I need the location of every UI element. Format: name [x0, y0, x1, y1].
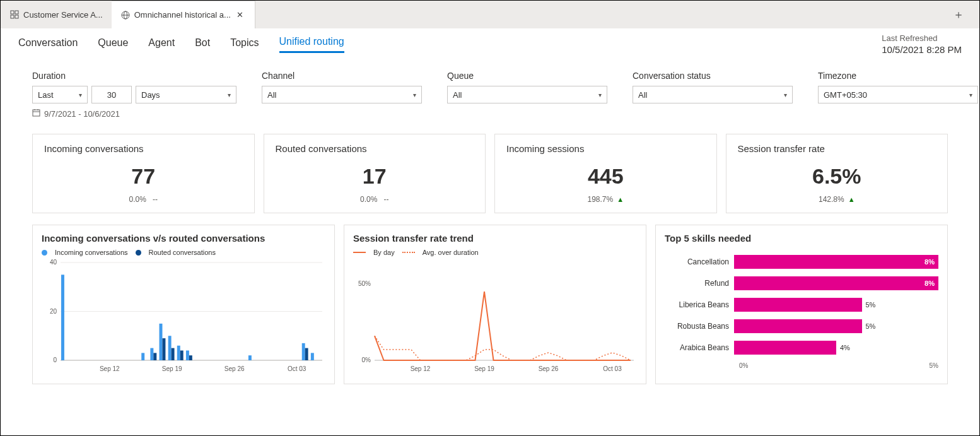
- nav-agent[interactable]: Agent: [148, 37, 175, 52]
- svg-text:40: 40: [50, 259, 57, 266]
- legend-swatch-icon: [136, 250, 141, 256]
- chart-title: Session transfer rate trend: [353, 233, 637, 244]
- filter-duration-label: Duration: [32, 71, 236, 81]
- svg-rect-31: [302, 343, 305, 360]
- svg-text:Oct 03: Oct 03: [288, 365, 306, 372]
- chevron-down-icon: ▾: [413, 91, 416, 98]
- timezone-select[interactable]: GMT+05:30 ▾: [818, 86, 978, 103]
- chevron-down-icon: ▾: [228, 91, 231, 98]
- kpi-delta: 142.8%▲: [738, 195, 936, 204]
- report-nav: Conversation Queue Agent Bot Topics Unif…: [1, 28, 979, 53]
- last-refreshed: Last Refreshed 10/5/2021 8:28 PM: [882, 33, 962, 55]
- kpi-value: 6.5%: [738, 164, 936, 189]
- svg-rect-30: [248, 355, 252, 360]
- chart-legend: Incoming conversations Routed conversati…: [42, 249, 325, 256]
- skill-row: Refund 8%: [665, 276, 938, 290]
- tab-customer-service[interactable]: Customer Service A...: [1, 1, 112, 28]
- line-chart-svg: 0%50%Sep 12Sep 19Sep 26Oct 03: [353, 256, 637, 376]
- nav-topics[interactable]: Topics: [230, 37, 259, 52]
- svg-rect-3: [15, 15, 18, 18]
- last-refreshed-time: 10/5/2021 8:28 PM: [882, 44, 962, 55]
- svg-text:Sep 12: Sep 12: [411, 365, 431, 372]
- kpi-delta: 0.0%--: [276, 195, 474, 204]
- kpi-title: Incoming conversations: [44, 143, 243, 154]
- chevron-down-icon: ▾: [79, 91, 82, 98]
- svg-rect-27: [180, 351, 184, 361]
- dashboard-icon: [9, 9, 20, 20]
- kpi-value: 77: [44, 164, 243, 189]
- skill-bar: [734, 276, 938, 290]
- kpi-row: Incoming conversations 77 0.0%-- Routed …: [1, 119, 979, 213]
- bar-chart-svg: 02040Sep 12Sep 19Sep 26Oct 03: [42, 256, 325, 376]
- queue-select[interactable]: All ▾: [447, 86, 607, 103]
- svg-rect-22: [160, 324, 163, 360]
- skill-row: Arabica Beans 4%: [665, 341, 938, 355]
- date-range-text: 9/7/2021 - 10/6/2021: [44, 109, 120, 119]
- kpi-card: Incoming sessions 445 198.7%▲: [494, 134, 717, 213]
- skill-label: Cancellation: [665, 257, 734, 266]
- nav-conversation[interactable]: Conversation: [18, 37, 78, 52]
- legend-line-icon: [353, 252, 366, 253]
- legend-swatch-icon: [42, 250, 47, 256]
- skill-value: 8%: [921, 258, 935, 266]
- duration-unit-select[interactable]: Days ▾: [136, 86, 236, 103]
- skill-label: Refund: [665, 279, 734, 288]
- chart-legend: By day Avg. over duration: [353, 249, 637, 256]
- svg-text:0: 0: [53, 356, 57, 363]
- kpi-title: Routed conversations: [276, 143, 474, 154]
- skill-label: Arabica Beans: [665, 343, 734, 352]
- skill-value: 4%: [836, 344, 850, 351]
- svg-rect-21: [153, 353, 156, 360]
- svg-rect-29: [189, 355, 192, 360]
- nav-unified-routing[interactable]: Unified routing: [279, 36, 344, 53]
- skill-label: Robusta Beans: [665, 322, 734, 331]
- chart-session-transfer-trend: Session transfer rate trend By day Avg. …: [344, 225, 646, 384]
- kpi-delta: 0.0%--: [44, 195, 243, 204]
- filter-channel-label: Channel: [262, 71, 422, 81]
- chart-title: Incoming conversations v/s routed conver…: [42, 233, 325, 244]
- kpi-card: Session transfer rate 6.5% 142.8%▲: [726, 134, 948, 213]
- svg-text:Sep 26: Sep 26: [225, 365, 245, 372]
- filter-queue-label: Queue: [447, 71, 607, 81]
- status-select[interactable]: All ▾: [633, 86, 793, 103]
- close-icon[interactable]: ✕: [235, 10, 246, 20]
- svg-rect-20: [150, 348, 153, 360]
- kpi-delta: 198.7%▲: [506, 195, 705, 204]
- chevron-down-icon: ▾: [969, 91, 972, 98]
- skill-row: Robusta Beans 5%: [665, 319, 938, 333]
- svg-text:50%: 50%: [358, 280, 371, 287]
- nav-queue[interactable]: Queue: [98, 37, 128, 52]
- tab-omnichannel-historical[interactable]: Omnichannel historical a... ✕: [112, 1, 255, 28]
- chart-top-skills: Top 5 skills needed Cancellation 8% Refu…: [655, 225, 948, 384]
- tab-label: Omnichannel historical a...: [134, 10, 231, 20]
- skill-bar: [734, 298, 862, 312]
- kpi-title: Incoming sessions: [506, 143, 705, 154]
- svg-rect-25: [172, 348, 175, 360]
- chevron-down-icon: ▾: [784, 91, 787, 98]
- filter-status-label: Conversation status: [633, 71, 793, 81]
- kpi-card: Incoming conversations 77 0.0%--: [32, 134, 255, 213]
- skill-bar: [734, 255, 938, 269]
- svg-rect-33: [311, 353, 314, 360]
- duration-count-input[interactable]: 30: [91, 86, 132, 103]
- svg-rect-23: [162, 338, 165, 360]
- skill-value: 5%: [862, 322, 876, 330]
- skill-bar: [734, 319, 862, 333]
- filter-bar: Duration Last ▾ 30 Days ▾ Channel All ▾ …: [1, 53, 979, 103]
- skill-value: 8%: [921, 280, 935, 287]
- svg-text:Sep 19: Sep 19: [162, 365, 182, 372]
- svg-text:0%: 0%: [362, 356, 371, 363]
- svg-text:Sep 12: Sep 12: [100, 365, 120, 372]
- skill-bar-list: Cancellation 8% Refund 8% Liberica Beans…: [665, 255, 938, 355]
- add-tab-button[interactable]: ＋: [953, 7, 964, 22]
- filter-timezone-label: Timezone: [818, 71, 978, 81]
- svg-text:Oct 03: Oct 03: [603, 365, 622, 372]
- chart-row: Incoming conversations v/s routed conver…: [1, 213, 979, 384]
- kpi-value: 17: [276, 164, 474, 189]
- kpi-card: Routed conversations 17 0.0%--: [264, 134, 486, 213]
- skill-label: Liberica Beans: [665, 300, 734, 309]
- nav-bot[interactable]: Bot: [195, 37, 210, 52]
- skill-bar: [734, 341, 836, 355]
- channel-select[interactable]: All ▾: [262, 86, 422, 103]
- duration-relative-select[interactable]: Last ▾: [32, 86, 88, 103]
